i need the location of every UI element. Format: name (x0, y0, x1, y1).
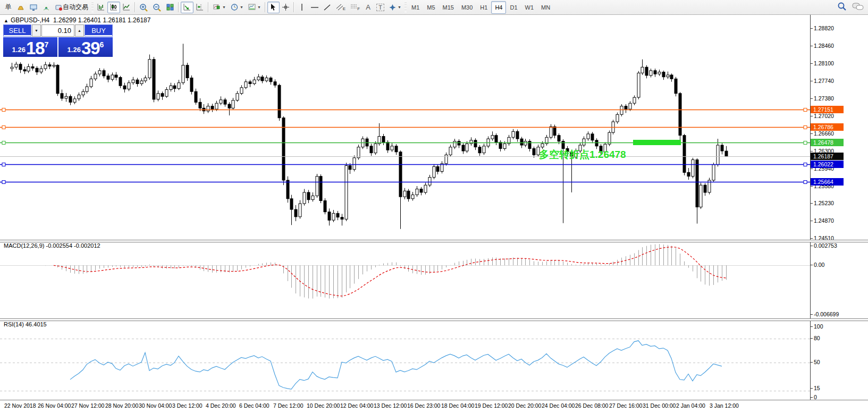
bid-price-button[interactable]: 1.26 18 7 (3, 37, 57, 57)
tab-timeframe-mn[interactable]: MN (537, 1, 554, 14)
time-axis-label: 4 Dec 20:00 (206, 402, 236, 409)
price-axis-label: 1.27740 (814, 78, 834, 84)
zoom-out-button[interactable] (150, 2, 164, 13)
indicators-button[interactable]: ▼ (210, 2, 228, 13)
time-axis-label: 2 Jan 04:00 (676, 402, 705, 409)
line-handle[interactable] (804, 163, 807, 166)
pane-separator-rsi[interactable] (0, 318, 868, 321)
tab-timeframe-m30[interactable]: M30 (458, 1, 476, 14)
text-tool-button[interactable]: A (362, 2, 374, 13)
signal-icon[interactable] (40, 2, 53, 13)
bar-chart-mode-button[interactable] (95, 2, 107, 13)
line-handle[interactable] (2, 126, 5, 129)
volume-value: 0.10 (58, 27, 71, 35)
text-tool-glyph: A (366, 3, 370, 11)
horizontal-line-tool-button[interactable] (308, 2, 321, 13)
periods-button[interactable]: ▼ (228, 2, 246, 13)
time-axis-label: 3 Jan 12:00 (710, 402, 739, 409)
pivot-annotation-text[interactable]: 多空转折点1.26478 (539, 149, 626, 160)
line-handle[interactable] (804, 181, 807, 184)
terminal-icon[interactable] (27, 2, 40, 13)
chevron-down-icon: ▼ (257, 5, 261, 9)
time-axis-label: 13 Dec 12:00 (374, 402, 407, 409)
timeframe-bar: M1M5M15M30H1H4D1W1MN (408, 1, 554, 14)
rsi-axis-label: 50 (814, 359, 820, 365)
candlestick-mode-button[interactable] (107, 2, 120, 13)
price-axis-label: 1.26660 (814, 130, 834, 137)
zoom-in-button[interactable] (137, 2, 150, 13)
rsi-indicator (0, 339, 810, 391)
collapse-arrow-icon[interactable]: ▲ (4, 18, 9, 23)
ask-pipette: 6 (100, 40, 104, 49)
buy-button[interactable]: BUY (85, 24, 113, 37)
chat-icon[interactable] (852, 2, 864, 11)
tab-timeframe-h1[interactable]: H1 (476, 1, 491, 14)
volume-field[interactable]: 0.10 (41, 24, 74, 37)
trendline-tool-button[interactable] (321, 2, 333, 13)
channel-tool-button[interactable]: E (333, 2, 348, 13)
bid-pipette: 7 (45, 40, 49, 49)
tab-timeframe-m15[interactable]: M15 (439, 1, 458, 14)
macd-values: -0.002554 -0.002012 (46, 242, 100, 249)
line-handle[interactable] (2, 163, 5, 166)
pivot-highlight-bar[interactable] (633, 140, 681, 145)
chart-shift-button[interactable] (193, 2, 206, 13)
macd-axis-label: 0.00 (814, 262, 824, 268)
line-handle[interactable] (804, 108, 807, 112)
ask-prefix: 1.26 (68, 46, 81, 54)
time-axis-label: 19 Dec 12:00 (475, 402, 508, 409)
time-axis-label: 7 Dec 12:00 (273, 402, 304, 409)
line-handle[interactable] (2, 141, 5, 145)
chevron-down-icon: ▼ (398, 5, 401, 9)
cursor-tool-button[interactable] (267, 2, 280, 13)
arrows-tool-button[interactable]: ▼ (386, 2, 403, 13)
auto-scroll-button[interactable] (181, 2, 193, 13)
price-tag-current-price: 1.26187 (811, 153, 844, 160)
label-tool-glyph: T (376, 4, 384, 11)
volume-increase-button[interactable]: ▲ (75, 24, 84, 37)
crosshair-tool-button[interactable] (280, 2, 292, 13)
ask-price-button[interactable]: 1.26 39 6 (58, 37, 113, 57)
candlestick-series (11, 44, 728, 229)
tab-timeframe-m5[interactable]: M5 (423, 1, 439, 14)
price-axis-label: 1.28820 (814, 25, 834, 31)
vertical-line-tool-button[interactable] (296, 2, 308, 13)
gold-symbol-icon[interactable] (14, 2, 27, 13)
rsi-value: 46.4015 (26, 321, 47, 327)
price-tag-support-line: 1.25664 (811, 178, 844, 186)
time-axis-label: 27 Dec 16:00 (609, 402, 642, 409)
time-axis-label: 24 Dec 04:00 (542, 402, 575, 409)
tile-windows-button[interactable] (164, 2, 176, 13)
time-axis-label: 18 Dec 04:00 (441, 402, 474, 409)
time-axis-label: 6 Dec 04:00 (239, 402, 269, 409)
price-axis-border (810, 15, 811, 400)
chart-title: ▲GBPUSD-,H4 1.26299 1.26401 1.26181 1.26… (4, 16, 150, 24)
rsi-axis-label: 100 (814, 323, 823, 330)
spin-up-icon: ▲ (78, 29, 81, 32)
line-handle[interactable] (804, 126, 807, 129)
line-chart-mode-button[interactable] (120, 2, 133, 13)
tab-timeframe-m1[interactable]: M1 (408, 1, 423, 14)
chevron-down-icon: ▼ (222, 5, 226, 9)
fibo-glyph: F (357, 6, 360, 11)
symbol-period-label: GBPUSD-,H4 (11, 16, 49, 24)
sell-button[interactable]: SELL (3, 24, 31, 37)
price-axis-label: 1.28100 (814, 60, 834, 66)
chart-canvas[interactable]: 多空转折点1.26478 (0, 0, 810, 400)
line-handle[interactable] (2, 108, 5, 112)
macd-label: MACD(12,26,9) (4, 242, 44, 249)
rsi-label: RSI(14) (4, 321, 24, 327)
autotrade-button[interactable]: 自动交易 (53, 2, 90, 13)
tab-timeframe-d1[interactable]: D1 (506, 1, 521, 14)
templates-button[interactable]: ▼ (246, 2, 263, 13)
search-icon[interactable] (837, 2, 847, 11)
tab-timeframe-w1[interactable]: W1 (521, 1, 538, 14)
pane-separator-macd[interactable] (0, 240, 868, 242)
tab-timeframe-h4[interactable]: H4 (491, 1, 506, 14)
fibonacci-tool-button[interactable]: F (348, 2, 362, 13)
line-handle[interactable] (804, 141, 807, 145)
line-handle[interactable] (2, 181, 5, 184)
volume-decrease-button[interactable]: ▼ (32, 24, 41, 37)
new-order-button[interactable]: 单 (2, 2, 14, 13)
text-label-tool-button[interactable]: T (374, 2, 386, 13)
